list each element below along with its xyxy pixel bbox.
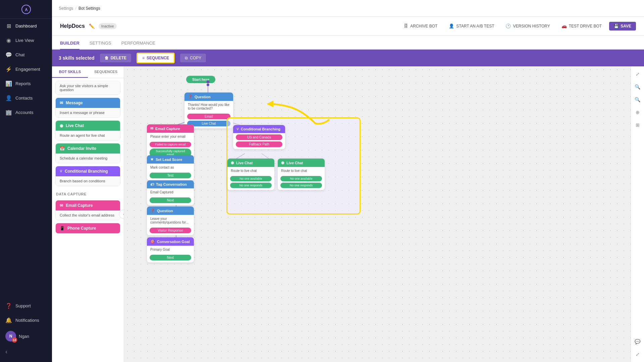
tab-builder[interactable]: BUILDER (60, 41, 79, 50)
svg-marker-6 (267, 101, 273, 107)
liveview-icon: ◉ (5, 37, 12, 44)
bot-skills-tab-label: BOT SKILLS (59, 70, 81, 74)
node-live-chat-left[interactable]: ◉ Live Chat Route to live chat No one av… (227, 159, 274, 190)
skill-card-conditional[interactable]: ⑂ Conditional Branching Branch based on … (55, 166, 120, 186)
live-chat-left-nooone: No one available (230, 176, 272, 181)
question1-option-livechat: Live Chat (187, 121, 230, 126)
sidebar-liveview-label: Live View (15, 38, 34, 43)
archive-bot-button[interactable]: 🗄 ARCHIVE BOT (400, 21, 441, 31)
tag-conversation-option: Next (150, 197, 191, 203)
canvas-area[interactable]: Start here ❓ Question Thanks! How would … (124, 66, 644, 362)
copy-icon: ⧉ (185, 56, 188, 60)
sidebar-reports-label: Reports (15, 81, 31, 86)
node-set-lead-score[interactable]: ★ Set Lead Score Mark contact as Test (147, 155, 194, 180)
tab-settings[interactable]: SETTINGS (90, 41, 111, 50)
sidebar-item-liveview[interactable]: ◉ Live View (0, 33, 52, 48)
skills-tab-sequences[interactable]: SEQUENCES (88, 66, 124, 78)
sidebar-item-contacts[interactable]: 👤 Contacts (0, 91, 52, 105)
sidebar-item-dashboard[interactable]: ⊞ Dashboard (0, 19, 52, 33)
live-chat-right-noone: No one available (280, 176, 322, 181)
sidebar: ∧ ⊞ Dashboard ◉ Live View 💬 Chat ⚡ Engag… (0, 0, 52, 362)
save-button[interactable]: 💾 SAVE (609, 22, 636, 31)
question2-option: Visitor Response (150, 228, 191, 233)
delete-label: DELETE (111, 56, 126, 60)
skills-tab-bot-skills[interactable]: BOT SKILLS (52, 66, 88, 78)
edit-title-icon[interactable]: ✏️ (89, 23, 95, 29)
conditional-icon: ⑂ (60, 169, 62, 174)
live-chat-left-body: Route to live chat (227, 167, 274, 175)
conditional-branching-title: Conditional Branching (241, 127, 280, 131)
live-chat-right-icon: ◉ (281, 161, 284, 165)
skill-card-email-capture[interactable]: ✉ Email Capture Collect the visitor's em… (55, 200, 120, 220)
maximize-button[interactable]: ⤢ (633, 69, 643, 79)
version-icon: 🕐 (505, 23, 511, 28)
node-conversation-goal[interactable]: 🎯 Conversation Goal Primary Goal Next (147, 237, 194, 262)
sequence-button[interactable]: ≡ SEQUENCE (137, 53, 175, 63)
skill-card-message[interactable]: ✉ Message Insert a message or phrase (55, 98, 120, 118)
email-capture-node-header: ✉ Email Capture (147, 124, 194, 133)
data-capture-section-label: Data Capture (52, 189, 124, 197)
grid-view-button[interactable]: ⊞ (633, 120, 643, 130)
question2-header: ❓ Question (147, 206, 194, 215)
node-tag-conversation[interactable]: 🏷 Tag Conversation Email Captured Next (147, 180, 194, 205)
breadcrumb-settings: Settings (59, 6, 73, 11)
status-badge: Inactive (99, 23, 117, 29)
ab-test-icon: 👤 (449, 23, 454, 28)
add-node-button[interactable]: ⊕ (633, 107, 643, 117)
test-drive-button[interactable]: 🚗 TEST DRIVE BOT (557, 21, 606, 31)
save-icon: 💾 (614, 24, 619, 28)
fullscreen-button[interactable]: ⤢ (633, 349, 643, 359)
chat-preview-button[interactable]: 💬 (633, 337, 643, 347)
email-capture-body: Collect the visitor's email address (56, 210, 120, 220)
copy-button[interactable]: ⧉ COPY (180, 54, 206, 62)
sidebar-item-engagement[interactable]: ⚡ Engagement (0, 62, 52, 76)
zoom-in-button[interactable]: 🔍 (633, 82, 643, 92)
conditional-body-text: Branch based on conditions (60, 179, 105, 183)
arrow-annotation (235, 86, 335, 130)
avatar-initial: N (9, 334, 12, 339)
skill-card-live-chat[interactable]: ◉ Live Chat Route an agent for live chat (55, 120, 120, 140)
sidebar-accounts-label: Accounts (15, 110, 33, 115)
sidebar-item-chat[interactable]: 💬 Chat (0, 48, 52, 62)
skill-card-phone-capture[interactable]: 📱 Phone Capture (55, 223, 120, 234)
engagement-icon: ⚡ (5, 66, 12, 72)
sidebar-contacts-label: Contacts (15, 96, 33, 101)
conditional-us-canada: US and Canada (236, 134, 282, 140)
user-profile-row[interactable]: N 14 Ngan (0, 327, 52, 345)
node-question2[interactable]: ❓ Question Leave your comments/questions… (147, 206, 194, 235)
test-drive-label: TEST DRIVE BOT (569, 24, 602, 28)
tab-performance[interactable]: PERFORMANCE (121, 41, 155, 50)
svg-point-1 (207, 83, 209, 86)
tag-conversation-body: Email Captured (147, 188, 194, 196)
sidebar-item-notifications[interactable]: 🔔 Notifications (0, 313, 52, 327)
skill-card-calendar[interactable]: 📅 Calendar Invite Schedule a calendar me… (55, 143, 120, 163)
conditional-header: ⑂ Conditional Branching (56, 166, 120, 176)
breadcrumb-separator: / (75, 6, 76, 11)
node-live-chat-right[interactable]: ◉ Live Chat Route to live chat No one av… (278, 159, 325, 190)
sidebar-item-reports[interactable]: 📊 Reports (0, 76, 52, 91)
copy-label: COPY (190, 56, 201, 60)
tab-settings-label: SETTINGS (90, 41, 111, 46)
user-name: Ngan (19, 334, 29, 339)
node-email-capture[interactable]: ✉ Email Capture Please enter your email … (147, 124, 194, 159)
archive-icon: 🗄 (404, 23, 408, 28)
accounts-icon: 🏢 (5, 109, 12, 116)
sidebar-item-support[interactable]: ❓ Support (0, 299, 52, 313)
node-conditional-branching[interactable]: ⑂ Conditional Branching US and Canada Fa… (233, 125, 285, 149)
notifications-icon: 🔔 (5, 317, 12, 323)
node-question1[interactable]: ❓ Question Thanks! How would you like to… (184, 93, 233, 128)
zoom-out-button[interactable]: 🔍 (633, 95, 643, 105)
test-drive-icon: 🚗 (561, 23, 567, 28)
ab-test-button[interactable]: 👤 START AN A/B TEST (445, 21, 498, 31)
user-avatar: N 14 (5, 331, 16, 342)
delete-skills-button[interactable]: 🗑 DELETE (100, 54, 131, 62)
sequence-label: SEQUENCE (147, 56, 169, 60)
sidebar-item-accounts[interactable]: 🏢 Accounts (0, 105, 52, 120)
email-capture-node-icon: ✉ (150, 126, 153, 131)
logo-icon: ∧ (21, 5, 31, 14)
skill-card-ask-question[interactable]: Ask your site visitors a simple question (55, 81, 120, 95)
tag-conversation-icon: 🏷 (150, 182, 154, 186)
sidebar-collapse-button[interactable]: ‹ (0, 345, 52, 359)
version-history-button[interactable]: 🕐 VERSION HISTORY (501, 21, 554, 31)
delete-icon: 🗑 (105, 56, 109, 60)
